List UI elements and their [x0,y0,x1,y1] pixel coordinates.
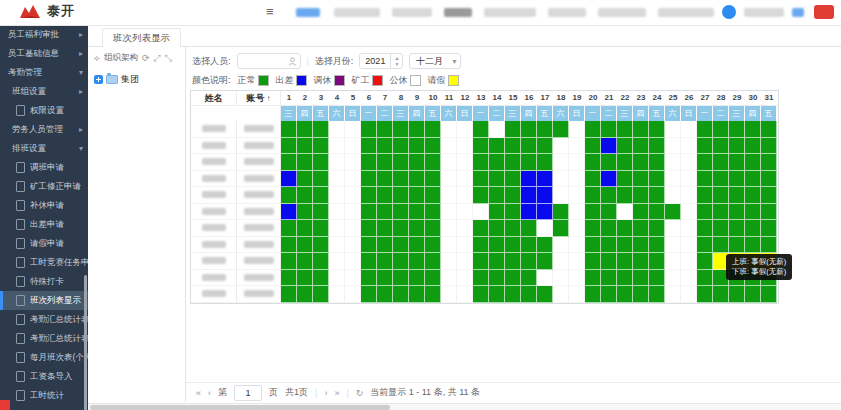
schedule-cell[interactable] [681,171,697,188]
schedule-cell[interactable] [329,204,345,221]
schedule-cell[interactable] [681,121,697,138]
schedule-cell[interactable] [681,154,697,171]
schedule-cell[interactable] [297,138,313,155]
schedule-cell[interactable] [457,237,473,254]
schedule-cell[interactable] [537,220,553,237]
schedule-cell[interactable] [297,204,313,221]
schedule-cell[interactable] [729,138,745,155]
schedule-cell[interactable] [313,270,329,287]
schedule-cell[interactable] [473,286,489,303]
schedule-cell[interactable] [537,171,553,188]
schedule-cell[interactable] [441,237,457,254]
schedule-cell[interactable] [393,171,409,188]
schedule-cell[interactable] [713,171,729,188]
expand-node-icon[interactable] [94,75,103,84]
schedule-cell[interactable] [601,253,617,270]
schedule-cell[interactable] [281,121,297,138]
schedule-cell[interactable] [505,187,521,204]
schedule-cell[interactable] [361,121,377,138]
schedule-cell[interactable] [489,138,505,155]
schedule-cell[interactable] [425,204,441,221]
schedule-cell[interactable] [441,171,457,188]
schedule-cell[interactable] [313,154,329,171]
schedule-cell[interactable] [313,237,329,254]
schedule-cell[interactable] [329,171,345,188]
schedule-cell[interactable] [697,154,713,171]
schedule-cell[interactable] [409,138,425,155]
schedule-cell[interactable] [345,171,361,188]
schedule-cell[interactable] [457,171,473,188]
schedule-cell[interactable] [665,154,681,171]
schedule-cell[interactable] [601,121,617,138]
schedule-cell[interactable] [297,154,313,171]
schedule-cell[interactable] [745,220,761,237]
redacted-nav-item[interactable] [744,8,784,17]
schedule-cell[interactable] [537,286,553,303]
schedule-cell[interactable] [377,204,393,221]
schedule-cell[interactable] [649,286,665,303]
schedule-cell[interactable] [489,154,505,171]
schedule-cell[interactable] [569,171,585,188]
schedule-cell[interactable] [441,286,457,303]
hamburger-icon[interactable]: ≡ [266,4,280,20]
sidebar-item[interactable]: 班组设置▸ [0,82,88,101]
schedule-cell[interactable] [537,154,553,171]
schedule-cell[interactable] [489,171,505,188]
schedule-cell[interactable] [281,204,297,221]
schedule-cell[interactable] [377,121,393,138]
schedule-cell[interactable] [313,286,329,303]
schedule-cell[interactable] [601,171,617,188]
schedule-cell[interactable] [745,187,761,204]
schedule-cell[interactable] [393,286,409,303]
schedule-cell[interactable] [281,154,297,171]
schedule-cell[interactable] [441,220,457,237]
sidebar-item[interactable]: 每月班次表(个人) [0,348,88,367]
schedule-cell[interactable] [761,204,777,221]
schedule-cell[interactable] [409,253,425,270]
schedule-cell[interactable] [361,204,377,221]
schedule-cell[interactable] [633,270,649,287]
schedule-cell[interactable] [313,253,329,270]
schedule-cell[interactable] [441,253,457,270]
schedule-cell[interactable] [665,171,681,188]
schedule-cell[interactable] [601,286,617,303]
sidebar-item[interactable]: 出差申请 [0,215,88,234]
schedule-cell[interactable] [297,286,313,303]
sidebar-item[interactable]: 考勤管理▾ [0,63,88,82]
schedule-cell[interactable] [505,121,521,138]
schedule-cell[interactable] [377,138,393,155]
schedule-cell[interactable] [281,171,297,188]
schedule-cell[interactable] [665,204,681,221]
horizontal-scrollbar[interactable] [88,403,841,410]
scrollbar-thumb[interactable] [90,405,390,410]
schedule-cell[interactable] [633,204,649,221]
schedule-cell[interactable] [553,237,569,254]
schedule-cell[interactable] [761,187,777,204]
schedule-cell[interactable] [297,253,313,270]
schedule-cell[interactable] [473,187,489,204]
schedule-cell[interactable] [505,171,521,188]
schedule-cell[interactable] [745,154,761,171]
schedule-cell[interactable] [457,204,473,221]
schedule-cell[interactable] [425,253,441,270]
schedule-cell[interactable] [345,270,361,287]
schedule-cell[interactable] [553,253,569,270]
schedule-cell[interactable] [393,138,409,155]
sidebar-item[interactable]: 权限设置 [0,101,88,120]
schedule-cell[interactable] [313,138,329,155]
schedule-cell[interactable] [729,171,745,188]
schedule-cell[interactable] [633,237,649,254]
schedule-cell[interactable] [649,220,665,237]
schedule-cell[interactable] [729,237,745,254]
schedule-cell[interactable] [473,171,489,188]
schedule-cell[interactable] [553,171,569,188]
schedule-cell[interactable] [361,270,377,287]
schedule-cell[interactable] [617,253,633,270]
schedule-cell[interactable] [649,253,665,270]
schedule-cell[interactable] [313,187,329,204]
schedule-cell[interactable] [585,187,601,204]
schedule-cell[interactable] [729,187,745,204]
schedule-cell[interactable] [281,187,297,204]
schedule-cell[interactable] [617,187,633,204]
schedule-cell[interactable] [761,286,777,303]
